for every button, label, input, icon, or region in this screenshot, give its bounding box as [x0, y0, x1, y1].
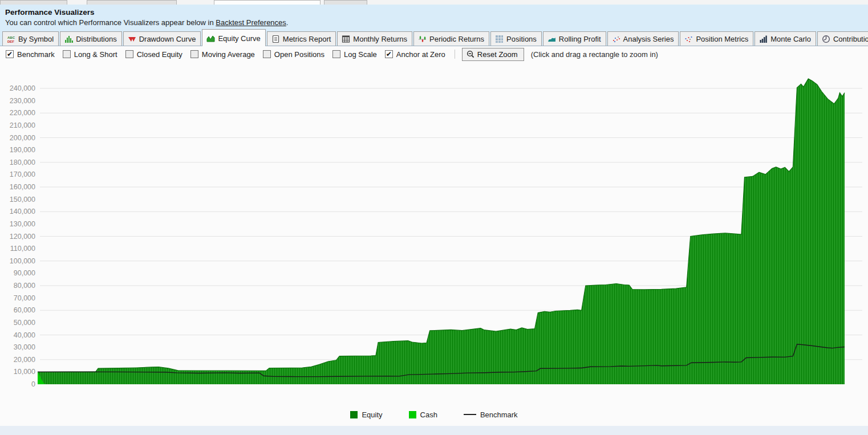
checkbox-log-scale[interactable]: Log Scale [332, 50, 377, 59]
y-axis-label: 190,000 [10, 146, 35, 154]
legend-label: Benchmark [480, 410, 518, 419]
tab-label: Positions [506, 35, 537, 43]
y-axis-label: 40,000 [14, 331, 35, 339]
tab-label: Contribution [833, 35, 868, 43]
legend-label: Equity [362, 410, 382, 419]
position-metrics-icon [684, 35, 693, 43]
y-axis-label: 170,000 [10, 170, 35, 178]
tab-contribution[interactable]: Contribution [817, 31, 868, 46]
checkbox-label: Anchor at Zero [396, 50, 445, 59]
tab-equity-curve[interactable]: Equity Curve [202, 29, 265, 46]
legend-item-cash: Cash [409, 410, 437, 419]
window-tab-stub[interactable] [87, 0, 177, 5]
monthly-returns-icon [342, 35, 350, 43]
legend-square-swatch [409, 411, 416, 418]
positions-icon [495, 35, 504, 43]
unchecked-checkbox-icon[interactable] [63, 50, 71, 58]
tab-by-symbol[interactable]: ABCDEFBy Symbol [2, 31, 59, 46]
tab-drawdown-curve[interactable]: Drawdown Curve [123, 31, 201, 46]
equity-curve-chart[interactable]: 010,00020,00030,00040,00050,00060,00070,… [0, 62, 868, 404]
y-axis-label: 120,000 [10, 233, 35, 241]
checkbox-label: Open Positions [274, 50, 325, 59]
tab-metrics-report[interactable]: Metrics Report [267, 31, 336, 46]
y-axis-label: 50,000 [14, 319, 35, 327]
page-subtitle: You can control which Performance Visual… [5, 18, 868, 28]
unchecked-checkbox-icon[interactable] [190, 50, 198, 58]
unchecked-checkbox-icon[interactable] [125, 50, 133, 58]
y-axis-label: 100,000 [10, 257, 35, 265]
unchecked-checkbox-icon[interactable] [332, 50, 340, 58]
y-axis-label: 130,000 [10, 220, 35, 228]
y-axis-label: 70,000 [14, 294, 35, 302]
y-axis-label: 90,000 [14, 269, 35, 277]
tab-label: Drawdown Curve [139, 35, 196, 43]
chart-toolbar: ✔BenchmarkLong & ShortClosed EquityMovin… [0, 46, 868, 62]
backtest-preferences-link[interactable]: Backtest Preferences [216, 18, 286, 27]
tab-distributions[interactable]: Distributions [60, 31, 122, 46]
tab-label: Monthly Returns [353, 35, 407, 43]
checked-checkbox-icon[interactable]: ✔ [6, 50, 14, 58]
tab-position-metrics[interactable]: Position Metrics [680, 31, 753, 46]
analysis-series-icon [612, 35, 620, 43]
subtitle-period: . [286, 18, 289, 27]
checkbox-moving-average[interactable]: Moving Average [190, 50, 255, 59]
legend-item-benchmark: Benchmark [464, 410, 518, 419]
y-axis-label: 220,000 [10, 109, 35, 117]
legend-line-swatch [464, 414, 476, 415]
tab-label: Monte Carlo [770, 35, 811, 43]
tab-label: Rolling Profit [559, 35, 601, 43]
toolbar-separator [455, 50, 455, 59]
checkbox-label: Moving Average [202, 50, 255, 59]
checkbox-benchmark[interactable]: ✔Benchmark [6, 50, 55, 59]
zoom-out-icon [467, 50, 474, 58]
y-axis-label: 0 [31, 380, 35, 388]
window-tab-stub-active[interactable] [214, 0, 321, 5]
checkbox-long-short[interactable]: Long & Short [63, 50, 117, 59]
tab-label: Equity Curve [218, 34, 260, 43]
monte-carlo-icon [759, 35, 768, 43]
checkbox-label: Closed Equity [137, 50, 182, 59]
legend-label: Cash [420, 410, 437, 419]
y-axis-label: 230,000 [10, 97, 35, 105]
tab-monte-carlo[interactable]: Monte Carlo [755, 31, 816, 46]
y-axis-label: 60,000 [14, 306, 35, 314]
window-tab-stub[interactable] [0, 0, 67, 5]
main-panel: ✔BenchmarkLong & ShortClosed EquityMovin… [0, 46, 868, 426]
chart-canvas[interactable]: 010,00020,00030,00040,00050,00060,00070,… [0, 62, 868, 404]
y-axis-label: 30,000 [14, 343, 35, 351]
distributions-icon [64, 35, 73, 43]
checkbox-closed-equity[interactable]: Closed Equity [125, 50, 182, 59]
unchecked-checkbox-icon[interactable] [263, 50, 271, 58]
tab-periodic-returns[interactable]: Periodic Returns [413, 31, 489, 46]
y-axis-label: 180,000 [10, 158, 35, 166]
page-title: Performance Visualizers [5, 7, 868, 18]
legend-item-equity: Equity [350, 410, 382, 419]
y-axis-label: 200,000 [10, 134, 35, 142]
window-tab-stub[interactable] [324, 0, 367, 5]
reset-zoom-button[interactable]: Reset Zoom [462, 48, 524, 61]
legend-square-swatch [350, 411, 358, 418]
y-axis-label: 80,000 [14, 282, 35, 290]
checked-checkbox-icon[interactable]: ✔ [385, 50, 393, 58]
drawdown-curve-icon [128, 35, 136, 43]
tab-rolling-profit[interactable]: Rolling Profit [543, 31, 606, 46]
y-axis-label: 240,000 [10, 84, 35, 92]
checkbox-anchor-at-zero[interactable]: ✔Anchor at Zero [385, 50, 445, 59]
y-axis-label: 150,000 [10, 196, 35, 204]
checkbox-label: Log Scale [344, 50, 377, 59]
visualizer-tabbar: ABCDEFBy SymbolDistributionsDrawdown Cur… [0, 29, 868, 46]
reset-zoom-label: Reset Zoom [477, 50, 518, 59]
window-tab-strip [0, 0, 868, 5]
svg-text:DEF: DEF [7, 39, 14, 43]
tab-monthly-returns[interactable]: Monthly Returns [337, 31, 412, 46]
by-symbol-icon: ABCDEF [7, 35, 15, 43]
checkbox-open-positions[interactable]: Open Positions [263, 50, 325, 59]
equity-area [38, 79, 845, 384]
equity-curve-icon [206, 34, 215, 43]
tab-positions[interactable]: Positions [490, 31, 542, 46]
checkbox-label: Benchmark [17, 50, 55, 59]
tab-analysis-series[interactable]: Analysis Series [607, 31, 679, 46]
subtitle-text: You can control which Performance Visual… [5, 18, 216, 27]
rolling-profit-icon [547, 35, 556, 43]
zoom-hint-text: (Click and drag a rectangle to zoom in) [531, 50, 658, 59]
